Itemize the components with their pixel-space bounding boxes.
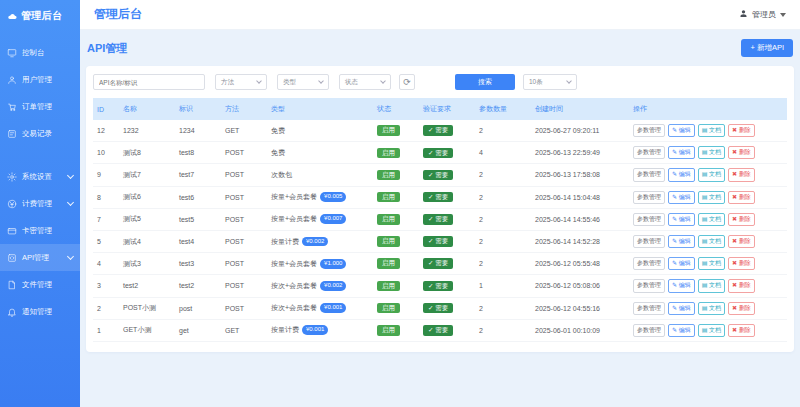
type-label: 按量+会员套餐	[271, 260, 317, 267]
sidebar-item-6[interactable]: 卡密管理	[0, 217, 80, 244]
sidebar-item-4[interactable]: 系统设置	[0, 163, 80, 190]
cell-type: 按量+会员套餐¥0.007	[267, 208, 373, 230]
cell-actions: 参数管理✎ 编辑▤ 文档✖ 删除	[629, 142, 787, 164]
add-api-button[interactable]: + 新增API	[741, 39, 793, 57]
edit-button[interactable]: ✎ 编辑	[668, 302, 695, 315]
type-label: 免费	[271, 127, 285, 134]
edit-button[interactable]: ✎ 编辑	[668, 168, 695, 181]
docs-button[interactable]: ▤ 文档	[698, 124, 725, 137]
docs-button[interactable]: ▤ 文档	[698, 324, 725, 337]
delete-button[interactable]: ✖ 删除	[728, 302, 755, 315]
sidebar-item-8[interactable]: 文件管理	[0, 271, 80, 298]
delete-button[interactable]: ✖ 删除	[728, 213, 755, 226]
action-label: 删除	[739, 149, 751, 155]
edit-button[interactable]: ✎ 编辑	[668, 279, 695, 292]
docs-button[interactable]: ▤ 文档	[698, 213, 725, 226]
edit-button[interactable]: ✎ 编辑	[668, 257, 695, 270]
params-button[interactable]: 参数管理	[633, 257, 665, 270]
cell-actions: 参数管理✎ 编辑▤ 文档✖ 删除	[629, 120, 787, 142]
refresh-icon[interactable]: ⟳	[399, 74, 415, 90]
action-label: 编辑	[679, 327, 691, 333]
docs-button[interactable]: ▤ 文档	[698, 146, 725, 159]
column-header: 状态	[373, 98, 419, 120]
user-menu[interactable]: 管理员	[739, 9, 786, 20]
params-button[interactable]: 参数管理	[633, 213, 665, 226]
cell-key: test8	[175, 142, 221, 164]
cell-name: GET小测	[119, 319, 175, 341]
file-icon	[7, 280, 17, 290]
params-button[interactable]: 参数管理	[633, 324, 665, 337]
cell-actions: 参数管理✎ 编辑▤ 文档✖ 删除	[629, 253, 787, 275]
cell-key: get	[175, 319, 221, 341]
sidebar-item-label: 交易记录	[22, 129, 52, 139]
docs-button[interactable]: ▤ 文档	[698, 302, 725, 315]
sidebar-item-5[interactable]: 计费管理	[0, 190, 80, 217]
method-select[interactable]: 方法	[215, 74, 267, 90]
delete-icon: ✖	[732, 194, 739, 200]
edit-button[interactable]: ✎ 编辑	[668, 213, 695, 226]
docs-button[interactable]: ▤ 文档	[698, 279, 725, 292]
search-input[interactable]	[93, 74, 205, 90]
column-header: 操作	[629, 98, 787, 120]
docs-icon: ▤	[702, 305, 709, 311]
action-label: 编辑	[679, 149, 691, 155]
docs-button[interactable]: ▤ 文档	[698, 191, 725, 204]
cell-method: POST	[221, 164, 267, 186]
params-button[interactable]: 参数管理	[633, 279, 665, 292]
delete-button[interactable]: ✖ 删除	[728, 324, 755, 337]
cell-actions: 参数管理✎ 编辑▤ 文档✖ 删除	[629, 164, 787, 186]
table-row: 2POST小测postPOST按次+会员套餐¥0.001启用✓ 需要22025-…	[93, 297, 787, 319]
docs-icon: ▤	[702, 171, 709, 177]
cell-verify: ✓ 需要	[419, 208, 475, 230]
sidebar-item-label: 文件管理	[22, 280, 52, 290]
delete-button[interactable]: ✖ 删除	[728, 146, 755, 159]
edit-button[interactable]: ✎ 编辑	[668, 146, 695, 159]
cell-method: POST	[221, 253, 267, 275]
edit-button[interactable]: ✎ 编辑	[668, 235, 695, 248]
chevron-down-icon	[256, 78, 262, 84]
sidebar-item-label: 卡密管理	[22, 226, 52, 236]
cell-created: 2025-06-14 14:52:28	[531, 230, 629, 252]
delete-button[interactable]: ✖ 删除	[728, 168, 755, 181]
cell-actions: 参数管理✎ 编辑▤ 文档✖ 删除	[629, 297, 787, 319]
sidebar-item-1[interactable]: 用户管理	[0, 66, 80, 93]
status-badge: 启用	[377, 192, 400, 203]
docs-icon: ▤	[702, 327, 709, 333]
params-button[interactable]: 参数管理	[633, 124, 665, 137]
sidebar-item-9[interactable]: 通知管理	[0, 298, 80, 325]
status-select[interactable]: 状态	[339, 74, 391, 90]
params-button[interactable]: 参数管理	[633, 235, 665, 248]
docs-button[interactable]: ▤ 文档	[698, 235, 725, 248]
params-button[interactable]: 参数管理	[633, 302, 665, 315]
sidebar-item-7[interactable]: API管理	[0, 244, 80, 271]
delete-button[interactable]: ✖ 删除	[728, 257, 755, 270]
delete-icon: ✖	[732, 260, 739, 266]
sidebar-item-0[interactable]: 控制台	[0, 39, 80, 66]
delete-button[interactable]: ✖ 删除	[728, 124, 755, 137]
sidebar-item-3[interactable]: 交易记录	[0, 120, 80, 147]
delete-button[interactable]: ✖ 删除	[728, 279, 755, 292]
cell-id: 1	[93, 319, 119, 341]
cell-type: 按次+会员套餐¥0.002	[267, 275, 373, 297]
delete-button[interactable]: ✖ 删除	[728, 235, 755, 248]
params-button[interactable]: 参数管理	[633, 146, 665, 159]
edit-button[interactable]: ✎ 编辑	[668, 191, 695, 204]
action-label: 参数管理	[637, 305, 661, 311]
search-button[interactable]: 搜索	[455, 74, 515, 90]
params-button[interactable]: 参数管理	[633, 191, 665, 204]
sidebar-item-2[interactable]: 订单管理	[0, 93, 80, 120]
docs-button[interactable]: ▤ 文档	[698, 168, 725, 181]
sidebar-nav: 控制台用户管理订单管理交易记录系统设置计费管理卡密管理API管理文件管理通知管理	[0, 33, 80, 325]
docs-button[interactable]: ▤ 文档	[698, 257, 725, 270]
edit-icon: ✎	[672, 149, 679, 155]
page-size-select[interactable]: 10条	[523, 74, 577, 90]
type-select[interactable]: 类型	[277, 74, 329, 90]
cell-status: 启用	[373, 253, 419, 275]
delete-button[interactable]: ✖ 删除	[728, 191, 755, 204]
sidebar: 管理后台 控制台用户管理订单管理交易记录系统设置计费管理卡密管理API管理文件管…	[0, 0, 80, 407]
edit-button[interactable]: ✎ 编辑	[668, 324, 695, 337]
edit-button[interactable]: ✎ 编辑	[668, 124, 695, 137]
cell-created: 2025-06-12 05:55:48	[531, 253, 629, 275]
params-button[interactable]: 参数管理	[633, 168, 665, 181]
delete-icon: ✖	[732, 282, 739, 288]
